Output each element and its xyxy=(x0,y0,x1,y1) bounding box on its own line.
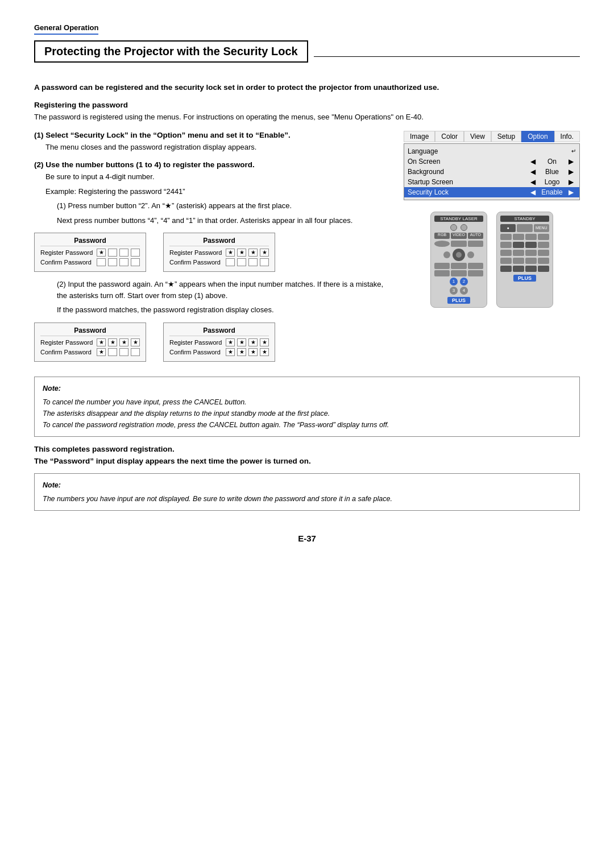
menu-tab-option: Option xyxy=(521,131,554,142)
r2b1: ● xyxy=(500,224,516,232)
r1b2: VIDEO xyxy=(451,233,466,239)
remote1-plus-label: PLUS xyxy=(447,297,470,304)
page-title: Protecting the Projector with the Securi… xyxy=(34,40,308,63)
menu-arrow-right-securitylock: ▶ xyxy=(569,188,574,196)
remote2-row4 xyxy=(500,250,549,256)
menu-arrow-left-onscreen: ◀ xyxy=(530,158,536,166)
note1-line3: To cancel the password registration mode… xyxy=(43,419,571,431)
note1-title: Note: xyxy=(43,383,571,394)
pw-row-confirm-2b: Confirm Password ★ ★ ★ ★ xyxy=(169,348,269,356)
remotes-container: STANDBY LASER RGB VIDEO AUTO xyxy=(404,212,580,308)
r2b8 xyxy=(500,242,512,248)
r2b4 xyxy=(500,234,512,240)
main-content: Image Color View Setup Option Info. Lang… xyxy=(34,131,580,369)
section-title-row: Protecting the Projector with the Securi… xyxy=(34,40,580,73)
remote2-row5 xyxy=(500,258,549,264)
completes-line2: The “Password” input display appears the… xyxy=(34,457,580,465)
pw-box-2b-3: ★ xyxy=(248,338,258,346)
r1-num2: 2 xyxy=(460,278,468,286)
r2b22 xyxy=(525,266,537,272)
menu-tab-setup: Setup xyxy=(491,131,521,142)
pw-label-confirm-2b: Confirm Password xyxy=(169,349,223,356)
pw-box-2b-4: ★ xyxy=(260,338,269,346)
menu-options-box: Language ↵ On Screen ◀ On ▶ Background ◀ xyxy=(404,143,580,200)
r2b23 xyxy=(538,266,549,272)
pw-label-confirm-2a: Confirm Password xyxy=(40,349,94,356)
page-container: General Operation Protecting the Project… xyxy=(34,23,580,543)
pw-label-register-2a: Register Password xyxy=(40,339,94,346)
password-tables-2: Password Register Password ★ ★ ★ ★ Confi… xyxy=(34,323,580,362)
password-table-2a: Password Register Password ★ ★ ★ ★ Confi… xyxy=(34,323,146,362)
pw-row-confirm-2a: Confirm Password ★ xyxy=(40,348,140,356)
r1b7 xyxy=(434,263,450,269)
r2b7 xyxy=(538,234,549,240)
remote-2: STANDBY ● MENU xyxy=(496,212,553,308)
menu-tab-color: Color xyxy=(435,131,464,142)
r2b3: MENU xyxy=(534,224,549,232)
r2b21 xyxy=(513,266,524,272)
pw-box-confirm-2a-3 xyxy=(119,348,128,356)
r1-nav-right xyxy=(467,251,474,258)
menu-arrow-right-onscreen: ▶ xyxy=(569,158,574,166)
menu-value-onscreen: On xyxy=(538,158,566,166)
remote2-label: STANDBY xyxy=(500,216,549,222)
general-operation-label: General Operation xyxy=(34,23,580,40)
menu-row-background: Background ◀ Blue ▶ xyxy=(404,167,579,177)
pw-title-2a: Password xyxy=(40,326,140,336)
remote1-num2: 3 4 xyxy=(450,287,468,295)
menu-icon-language: ↵ xyxy=(571,148,576,154)
pw-title-2b: Password xyxy=(169,326,269,336)
r2b15 xyxy=(538,250,549,256)
pw-label-register-2b: Register Password xyxy=(169,339,223,346)
r2b5 xyxy=(513,234,524,240)
r1-nav-center xyxy=(453,249,465,261)
r1b6 xyxy=(468,241,483,247)
pw-label-confirm-1a: Confirm Password xyxy=(40,259,94,266)
r2b6 xyxy=(525,234,537,240)
menu-label-securitylock: Security Lock xyxy=(408,188,528,196)
menu-diagram: Image Color View Setup Option Info. Lang… xyxy=(404,131,580,200)
remote1-row2 xyxy=(434,241,483,247)
intro-text: A password can be registered and the sec… xyxy=(34,83,580,92)
r1-num4: 4 xyxy=(460,287,468,295)
pw-box-confirm-1b-3 xyxy=(248,258,258,266)
note-box-2: Note: The numbers you have input are not… xyxy=(34,473,580,511)
r2b11 xyxy=(538,242,549,248)
pw-row-register-1a: Register Password ★ xyxy=(40,249,140,257)
menu-row-startup: Startup Screen ◀ Logo ▶ xyxy=(404,177,579,187)
pw-box-1a-1: ★ xyxy=(97,249,106,257)
menu-tab-info: Info. xyxy=(554,131,580,142)
pw-label-confirm-1b: Confirm Password xyxy=(169,259,223,266)
remote1-row1: RGB VIDEO AUTO xyxy=(434,233,483,239)
pw-box-1a-3 xyxy=(119,249,128,257)
pw-row-register-2a: Register Password ★ ★ ★ ★ xyxy=(40,338,140,346)
pw-row-confirm-1b: Confirm Password xyxy=(169,258,269,266)
pw-row-confirm-1a: Confirm Password xyxy=(40,258,140,266)
pw-box-confirm-2b-2: ★ xyxy=(237,348,246,356)
remote1-nav xyxy=(443,249,474,261)
r1-num3: 3 xyxy=(450,287,458,295)
pw-box-confirm-2b-4: ★ xyxy=(260,348,269,356)
pw-box-confirm-1a-4 xyxy=(131,258,140,266)
note-box-1: Note: To cancel the number you have inpu… xyxy=(34,377,580,437)
pw-title-1b: Password xyxy=(169,237,269,246)
pw-box-1a-4 xyxy=(131,249,140,257)
pw-box-1b-4: ★ xyxy=(260,249,269,257)
menu-arrow-right-startup: ▶ xyxy=(569,178,574,186)
title-divider xyxy=(314,56,580,57)
remote1-top-btns xyxy=(450,224,467,231)
r1b12 xyxy=(468,270,483,276)
pw-row-register-1b: Register Password ★ ★ ★ ★ xyxy=(169,249,269,257)
menu-label-background: Background xyxy=(408,168,528,176)
pw-box-confirm-2b-1: ★ xyxy=(226,348,235,356)
pw-row-register-2b: Register Password ★ ★ ★ ★ xyxy=(169,338,269,346)
pw-box-confirm-2a-2 xyxy=(108,348,117,356)
menu-row-securitylock: Security Lock ◀ Enable ▶ xyxy=(404,187,579,197)
menu-value-startup: Logo xyxy=(538,178,566,186)
password-table-2b: Password Register Password ★ ★ ★ ★ Confi… xyxy=(163,323,275,362)
r2b17 xyxy=(513,258,524,264)
pw-box-2a-1: ★ xyxy=(97,338,106,346)
remote-1: STANDBY LASER RGB VIDEO AUTO xyxy=(430,212,487,308)
pw-box-1b-2: ★ xyxy=(237,249,246,257)
right-panel: Image Color View Setup Option Info. Lang… xyxy=(404,131,580,308)
